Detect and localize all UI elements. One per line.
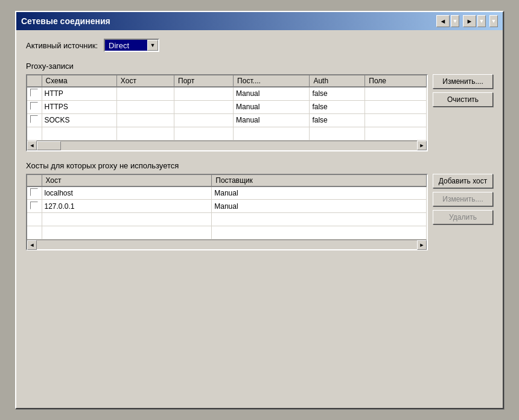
hosts-row2-host: 127.0.0.1 [42,200,212,213]
proxy-section: Proxy-записи Схема Хост Порт [26,62,493,151]
forward-dropdown[interactable]: ▼ [477,15,486,27]
source-value: Direct [105,40,147,51]
proxy-col-host: Хост [116,75,174,87]
proxy-buttons: Изменить.... Очистить [433,74,493,107]
source-dropdown-arrow[interactable]: ▼ [147,40,158,51]
proxy-row3-scheme: SOCKS [42,113,116,127]
proxy-table-wrapper: Схема Хост Порт Пост.... Auth Поле [26,74,428,151]
proxy-scroll-left[interactable]: ◄ [27,141,37,150]
proxy-row2-port [174,100,234,113]
hosts-edit-button[interactable]: Изменить.... [433,192,493,206]
proxy-scrollbar[interactable]: ◄ ► [27,141,427,150]
proxy-row3-auth: false [310,113,365,127]
proxy-table-border: Схема Хост Порт Пост.... Auth Поле [26,74,428,151]
proxy-scroll-right[interactable]: ► [417,141,427,150]
proxy-row2-check[interactable] [27,100,42,113]
proxy-col-auth: Auth [310,75,365,87]
back-icon: ◄ [440,18,447,25]
content-area: Активный источник: Direct ▼ Proxy-записи [16,30,503,269]
checkbox-h2[interactable] [30,202,38,209]
hosts-col-supplier: Поставщик [212,175,427,186]
proxy-section-container: Схема Хост Порт Пост.... Auth Поле [26,74,493,151]
hosts-col-check [27,175,42,186]
table-row [27,226,427,240]
hosts-row2-supplier: Manual [212,200,427,213]
forward-icon: ► [466,18,473,25]
window-title: Сетевые соединения [21,16,110,26]
proxy-row1-auth: false [310,87,365,100]
hosts-row2-check[interactable] [27,200,42,213]
back-dropdown[interactable]: ▼ [451,15,459,27]
proxy-row2-auth: false [310,100,365,113]
table-row [27,127,427,140]
hosts-table-wrapper: Хост Поставщик localhost Manual [26,174,428,251]
proxy-row1-scheme: HTTP [42,87,116,100]
empty-cell [310,127,365,140]
hosts-scrollbar[interactable]: ◄ ► [27,240,427,249]
proxy-row3-field [365,113,427,127]
proxy-section-label: Proxy-записи [26,62,493,71]
proxy-row3-check[interactable] [27,113,42,127]
table-row: localhost Manual [27,186,427,200]
proxy-row2-host [116,100,174,113]
forward-button[interactable]: ► [463,15,476,27]
proxy-edit-button[interactable]: Изменить.... [433,74,493,89]
back-button[interactable]: ◄ [436,15,450,27]
hosts-row1-supplier: Manual [212,186,427,200]
empty-cell [234,127,310,140]
hosts-header-row: Хост Поставщик [27,175,427,186]
main-dropdown-icon: ▼ [491,18,497,24]
main-window: Сетевые соединения ◄ ▼ ► ▼ ▼ Активный ис… [15,11,504,409]
checkbox-3[interactable] [30,115,38,123]
source-select[interactable]: Direct ▼ [104,39,159,52]
empty-cell [27,213,42,226]
proxy-row3-port [174,113,234,127]
proxy-row3-host [116,113,174,127]
hosts-table-header: Хост Поставщик [27,175,427,186]
hosts-section-label: Хосты для которых proxy не используется [26,161,493,170]
proxy-header-row: Схема Хост Порт Пост.... Auth Поле [27,75,427,87]
empty-cell [212,226,427,240]
proxy-clear-button[interactable]: Очистить [433,92,493,107]
empty-cell [365,127,427,140]
nav-controls: ◄ ▼ ► ▼ ▼ [436,15,498,27]
source-row: Активный источник: Direct ▼ [26,39,493,52]
proxy-row2-scheme: HTTPS [42,100,116,113]
proxy-table-header: Схема Хост Порт Пост.... Auth Поле [27,75,427,87]
hosts-section: Хосты для которых proxy не используется … [26,161,493,251]
checkbox-2[interactable] [30,102,38,110]
empty-cell [174,127,234,140]
proxy-row2-post: Manual [234,100,310,113]
dropdown-arrow-icon: ▼ [150,42,156,48]
hosts-row1-check[interactable] [27,186,42,200]
empty-cell [42,127,116,140]
hosts-scroll-track[interactable] [37,240,417,249]
proxy-scroll-thumb[interactable] [37,141,61,150]
table-row: HTTPS Manual false [27,100,427,113]
checkbox-1[interactable] [30,89,38,97]
main-dropdown[interactable]: ▼ [489,15,498,27]
proxy-col-scheme: Схема [42,75,116,87]
proxy-row1-check[interactable] [27,87,42,100]
empty-cell [42,213,212,226]
proxy-col-port: Порт [174,75,234,87]
hosts-delete-button[interactable]: Удалить [433,210,493,224]
checkbox-h1[interactable] [30,188,38,196]
proxy-scroll-track[interactable] [37,141,417,150]
proxy-col-post: Пост.... [234,75,310,87]
empty-cell [212,213,427,226]
back-dropdown-icon: ▼ [453,18,458,24]
hosts-col-host: Хост [42,175,212,186]
hosts-add-button[interactable]: Добавить хост [433,174,493,188]
hosts-scroll-left[interactable]: ◄ [27,240,37,250]
proxy-row1-port [174,87,234,100]
empty-cell [27,226,42,240]
forward-dropdown-icon: ▼ [479,18,485,24]
hosts-table-body: localhost Manual 127.0.0.1 Manual [27,186,427,240]
empty-cell [116,127,174,140]
proxy-row1-host [116,87,174,100]
proxy-col-field: Поле [365,75,427,87]
hosts-section-container: Хост Поставщик localhost Manual [26,174,493,251]
hosts-table: Хост Поставщик localhost Manual [27,175,427,240]
hosts-scroll-right[interactable]: ► [417,240,427,250]
